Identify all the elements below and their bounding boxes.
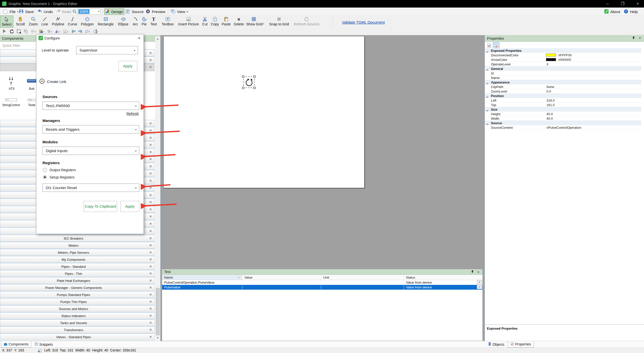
- collapse-icon[interactable]: [39, 79, 44, 84]
- category-pumps-thin-pipes[interactable]: Pumps Thin Pipes×: [0, 298, 155, 305]
- about-button[interactable]: About: [603, 8, 621, 15]
- tool-polyline[interactable]: Polyline: [50, 16, 66, 28]
- close-icon[interactable]: ×: [149, 292, 152, 297]
- category-my-components[interactable]: My Components×: [0, 256, 155, 263]
- close-icon[interactable]: ×: [149, 257, 152, 262]
- close-icon[interactable]: ×: [149, 264, 152, 269]
- property-row[interactable]: DisconnectedColor#FFFF00: [485, 53, 641, 57]
- close-icon[interactable]: ×: [149, 150, 152, 155]
- toggle-show-grid[interactable]: Show Grid: [246, 16, 262, 28]
- file-menu[interactable]: File▾: [3, 8, 19, 15]
- close-icon[interactable]: ×: [149, 320, 152, 325]
- tool-polygon[interactable]: Polygon: [79, 16, 95, 28]
- property-row[interactable]: SourceContent#PulseControlOperation: [485, 125, 641, 130]
- category-status-indicators[interactable]: Status Indicators×: [0, 312, 155, 319]
- tab-properties[interactable]: Properties: [508, 341, 534, 347]
- category-pipes-standard[interactable]: Pipes - Standard×: [0, 263, 155, 270]
- fill-color-icon[interactable]: [38, 29, 44, 34]
- column-header-name[interactable]: Name ▲: [162, 275, 242, 280]
- export-icon[interactable]: [77, 29, 83, 34]
- document-page[interactable]: [164, 36, 365, 189]
- test-row-name[interactable]: PulseValue: [162, 285, 242, 290]
- managers-dropdown[interactable]: Resets and Triggers▾: [42, 125, 139, 134]
- property-row[interactable]: OperateLevel3: [485, 62, 641, 66]
- property-group[interactable]: Position: [485, 94, 641, 98]
- scrollbar-thumb[interactable]: [156, 288, 160, 336]
- right-splitter[interactable]: [483, 35, 485, 341]
- color-swatch[interactable]: [546, 54, 556, 57]
- tab-components[interactable]: Components: [1, 341, 31, 347]
- property-group[interactable]: Source: [485, 121, 641, 125]
- close-icon[interactable]: ×: [149, 236, 152, 241]
- close-icon[interactable]: ×: [149, 58, 152, 63]
- validate-tgml-link[interactable]: Validate TGML Document: [342, 20, 385, 24]
- close-icon[interactable]: ×: [149, 65, 152, 70]
- caret-icon[interactable]: ▾: [89, 31, 90, 33]
- close-icon[interactable]: ×: [149, 185, 152, 190]
- close-icon[interactable]: ×: [149, 278, 152, 283]
- close-button[interactable]: ×: [632, 0, 643, 8]
- category-iec-breakers[interactable]: IEC Breakers×: [0, 235, 155, 242]
- level-to-operate-dropdown[interactable]: Supervisor▾: [76, 46, 138, 54]
- refresh-devices-button[interactable]: Refresh Devices: [293, 16, 321, 28]
- select-region-icon[interactable]: [16, 29, 22, 34]
- caret-icon[interactable]: ▾: [35, 31, 36, 33]
- status-dropdown-button[interactable]: ▾: [477, 280, 482, 284]
- close-icon[interactable]: ×: [149, 51, 152, 56]
- column-header-unit[interactable]: Unit: [321, 275, 404, 280]
- output-registers-label[interactable]: Output Registers: [50, 168, 76, 172]
- category-meters-pipe-sensors[interactable]: Meters, Pipe Sensors×: [0, 249, 155, 256]
- tool-arc[interactable]: Arc: [131, 16, 140, 28]
- refresh-link[interactable]: Refresh: [126, 112, 139, 116]
- design-mode-button[interactable]: Design: [104, 8, 124, 15]
- undo-button[interactable]: Undo: [37, 8, 54, 15]
- close-icon[interactable]: ×: [149, 164, 152, 169]
- close-icon[interactable]: ×: [149, 250, 152, 255]
- property-row[interactable]: Name: [485, 75, 641, 80]
- pin-icon[interactable]: [632, 36, 635, 40]
- output-registers-radio[interactable]: [43, 168, 47, 172]
- test-row-value[interactable]: [242, 285, 321, 290]
- caret-icon[interactable]: ▾: [43, 31, 44, 33]
- test-row-unit[interactable]: [321, 285, 404, 290]
- close-icon[interactable]: ×: [149, 128, 152, 133]
- tool-select[interactable]: Select: [0, 16, 13, 28]
- tool-delete[interactable]: × Delete: [232, 16, 245, 28]
- close-icon[interactable]: ×: [149, 214, 152, 219]
- minimize-button[interactable]: –: [602, 0, 613, 8]
- pulse-control-component[interactable]: [244, 77, 254, 87]
- close-icon[interactable]: ×: [149, 200, 152, 205]
- tool-ellipse[interactable]: Ellipse: [116, 16, 130, 28]
- copy-to-clipboard-button[interactable]: Copy To ClipBoard: [84, 201, 117, 212]
- import-icon[interactable]: [71, 29, 76, 34]
- tool-textbox[interactable]: T Textbox: [159, 16, 176, 28]
- category-plate-heat-exchangers[interactable]: Plate Heat Exchangers×: [0, 277, 155, 284]
- redo-button[interactable]: Redo: [55, 8, 72, 15]
- close-icon[interactable]: ×: [149, 121, 152, 126]
- close-icon[interactable]: ×: [149, 207, 152, 212]
- caret-icon[interactable]: ▾: [51, 31, 52, 33]
- test-row-status[interactable]: Value from device ▾: [404, 285, 483, 290]
- scroll-down-icon[interactable]: ▼: [155, 335, 160, 340]
- category-transformers[interactable]: Transformers×: [0, 326, 155, 333]
- close-icon[interactable]: ×: [149, 229, 152, 234]
- category-valves-standard-pipes[interactable]: Valves - Standard Pipes×: [0, 333, 155, 340]
- basic-properties-button[interactable]: [486, 42, 492, 49]
- zoom-level-input[interactable]: 100% ▾: [77, 9, 101, 15]
- tab-objects[interactable]: Objects: [486, 341, 507, 347]
- tool-text[interactable]: T Text: [149, 16, 158, 28]
- tool-paste[interactable]: Paste: [221, 16, 232, 28]
- component-ats[interactable]: ATS: [0, 76, 23, 91]
- close-icon[interactable]: ×: [639, 36, 641, 40]
- caret-icon[interactable]: ▾: [59, 31, 60, 33]
- close-icon[interactable]: ×: [149, 142, 152, 147]
- close-icon[interactable]: ×: [149, 306, 152, 311]
- close-icon[interactable]: ×: [149, 271, 152, 276]
- property-row[interactable]: ClipPathNone: [485, 84, 641, 89]
- tool-pie[interactable]: Pie: [140, 16, 148, 28]
- chevron-down-icon[interactable]: ▾: [98, 10, 99, 13]
- preview-mode-button[interactable]: Preview: [145, 8, 166, 15]
- property-row[interactable]: Width40.0: [485, 116, 641, 121]
- skew-icon[interactable]: [84, 29, 89, 34]
- components-scrollbar[interactable]: ▲ ▼: [155, 36, 160, 340]
